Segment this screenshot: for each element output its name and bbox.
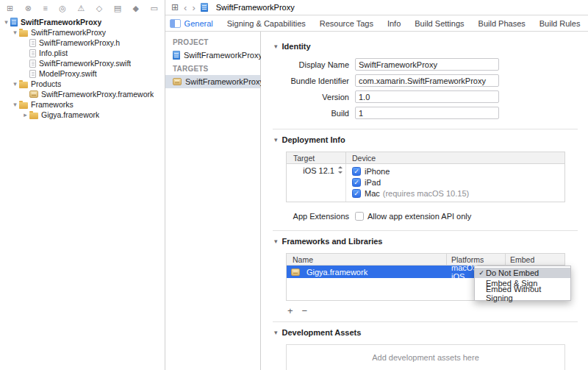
tree-item-group[interactable]: SwiftFrameworkProxy [0,27,165,38]
menu-item-label: Embed Without Signing [486,285,566,302]
tab-resource-tags[interactable]: Resource Tags [320,19,373,28]
app-extension-option-label: Allow app extension API only [368,212,471,221]
tree-item-plist-file[interactable]: Info.plist [0,48,165,58]
device-row-mac: Mac (requires macOS 10.15) [352,188,564,199]
stepper-icon[interactable] [337,166,343,174]
disclosure-triangle-icon[interactable] [21,112,29,118]
project-navigator-icon[interactable]: ⊞ [7,4,13,13]
test-navigator-icon[interactable]: ◇ [96,4,102,13]
jump-bar-title[interactable]: SwiftFrameworkProxy [216,3,295,12]
debug-navigator-icon[interactable]: ▤ [114,4,121,13]
tree-item-label: SwiftFrameworkProxy.swift [39,59,131,68]
section-disclosure-icon[interactable] [274,238,278,245]
disclosure-triangle-icon[interactable] [2,19,10,26]
section-title: Identity [282,42,311,51]
issue-navigator-icon[interactable]: ⚠ [77,4,85,13]
tree-item-label: ModelProxy.swift [39,69,97,78]
project-targets-panel: PROJECT SwiftFrameworkProxy TARGETS Swif… [165,32,261,370]
sidebar-toggle-icon[interactable] [170,19,181,28]
display-name-label: Display Name [273,60,355,69]
general-settings-pane: Identity Display Name Bundle Identifier … [261,32,588,370]
bundle-identifier-label: Bundle Identifier [273,77,355,85]
dev-assets-empty-area: Add development assets here [286,344,565,370]
tab-signing-capabilities[interactable]: Signing & Capabilities [227,19,306,28]
navigator-toolbar: ⊞ ⊗ ≡ ◎ ⚠ ◇ ▤ ◆ ▭ [0,0,165,16]
mac-checkbox[interactable] [352,189,361,198]
framework-folder-icon [29,113,38,119]
tab-info[interactable]: Info [387,19,401,28]
swift-file-icon [29,70,36,78]
device-row-iphone: iPhone [352,166,564,177]
tree-item-label: Frameworks [31,100,74,109]
find-navigator-icon[interactable]: ◎ [59,4,66,13]
target-column-header: Target [287,152,346,163]
tab-build-settings[interactable]: Build Settings [415,19,464,28]
menu-item-do-not-embed[interactable]: ✓ Do Not Embed [475,268,570,278]
app-extensions-label: App Extensions [273,212,355,221]
framework-icon [29,90,38,98]
version-label: Version [273,93,355,102]
target-item-selected[interactable]: SwiftFrameworkProxy [165,75,260,88]
section-disclosure-icon[interactable] [274,330,278,336]
report-navigator-icon[interactable]: ▭ [151,4,158,13]
xcode-window: ⊞ ⊗ ≡ ◎ ⚠ ◇ ▤ ◆ ▭ SwiftFrameworkProxy Sw… [0,0,588,370]
build-input[interactable] [355,107,499,119]
file-tree: SwiftFrameworkProxy SwiftFrameworkProxy … [0,16,165,120]
display-name-input[interactable] [355,58,499,71]
tree-item-swift-file[interactable]: ModelProxy.swift [0,68,165,79]
menu-item-embed-without-signing[interactable]: Embed Without Signing [475,288,570,299]
related-items-icon[interactable]: ⊞ [171,2,179,13]
deployment-table: Target Device iOS 12.1 iPhon [286,152,565,202]
tab-general[interactable]: General [184,19,213,28]
bundle-identifier-input[interactable] [355,74,499,87]
menu-item-label: Do Not Embed [486,268,539,277]
app-extension-checkbox[interactable] [355,212,364,221]
breakpoint-navigator-icon[interactable]: ◆ [133,4,139,13]
tab-build-phases[interactable]: Build Phases [478,19,526,28]
framework-name: Gigya.framework [306,268,368,277]
folder-icon [19,82,28,88]
embed-column-header: Embed [506,255,564,264]
version-input[interactable] [355,90,499,103]
embed-dropdown-menu: ✓ Do Not Embed Embed & Sign Embed Withou… [474,266,571,301]
tab-build-rules[interactable]: Build Rules [539,19,581,28]
editor-area: ⊞ SwiftFrameworkProxy General Signing & … [165,0,588,370]
device-label: Mac [365,189,380,198]
project-item[interactable]: SwiftFrameworkProxy [165,49,260,62]
forward-chevron-icon[interactable] [192,3,195,13]
settings-tabs: General Signing & Capabilities Resource … [181,19,584,28]
header-file-icon [29,39,36,47]
iphone-checkbox[interactable] [352,167,361,176]
source-control-icon[interactable]: ⊗ [25,4,32,13]
disclosure-triangle-icon[interactable] [11,29,19,36]
tree-item-products-group[interactable]: Products [0,79,165,89]
folder-icon [19,102,28,109]
device-label: iPad [365,178,381,187]
frameworks-section: Frameworks and Libraries Name Platforms … [273,230,578,321]
mac-requirement-note: (requires macOS 10.15) [383,189,469,198]
tree-item-header-file[interactable]: SwiftFrameworkProxy.h [0,38,165,48]
back-chevron-icon[interactable] [184,3,187,13]
add-framework-button[interactable]: + [287,306,293,316]
tree-item-gigya-framework[interactable]: Gigya.framework [0,110,165,120]
symbol-navigator-icon[interactable]: ≡ [43,4,47,13]
plist-file-icon [29,49,36,57]
device-row-ipad: iPad [352,177,564,188]
ipad-checkbox[interactable] [352,178,361,187]
tree-item-label: SwiftFrameworkProxy.framework [41,90,154,99]
folder-icon [19,30,28,37]
disclosure-triangle-icon[interactable] [11,102,19,108]
tree-item-label: SwiftFrameworkProxy [21,18,101,26]
disclosure-triangle-icon[interactable] [11,81,19,88]
section-disclosure-icon[interactable] [274,137,278,143]
frameworks-table: Name Platforms Embed Gigya.framework mac… [286,253,565,301]
remove-framework-button[interactable]: − [302,306,308,316]
tree-item-framework-product[interactable]: SwiftFrameworkProxy.framework [0,89,165,99]
deployment-info-section: Deployment Info Target Device iOS 12.1 [273,129,578,230]
dev-assets-placeholder: Add development assets here [372,353,479,362]
tree-item-swift-file[interactable]: SwiftFrameworkProxy.swift [0,58,165,68]
checkmark-icon: ✓ [477,269,486,277]
section-disclosure-icon[interactable] [274,43,278,50]
tree-item-project-root[interactable]: SwiftFrameworkProxy [0,17,165,27]
tree-item-frameworks-group[interactable]: Frameworks [0,99,165,110]
